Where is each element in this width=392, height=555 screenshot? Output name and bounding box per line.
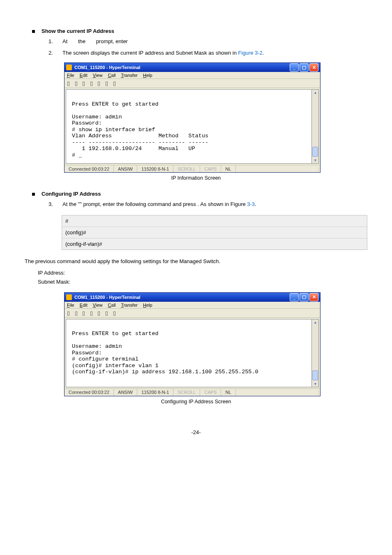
cmd-line: (config-if-vlan)#: [62, 238, 367, 250]
menu-transfer[interactable]: Transfer: [121, 303, 138, 308]
app-icon: [66, 294, 72, 300]
terminal-output[interactable]: Press ENTER to get started Username: adm…: [66, 89, 311, 164]
resize-grip-icon[interactable]: .::: [236, 166, 321, 171]
status-connected: Connected 00:03:22: [65, 165, 114, 172]
menu-view[interactable]: View: [93, 303, 103, 308]
scroll-thumb[interactable]: [312, 147, 318, 157]
word: At: [62, 38, 67, 44]
scroll-track[interactable]: [312, 95, 318, 157]
page-number: -24-: [25, 429, 367, 435]
status-connected: Connected 00:03:22: [65, 389, 114, 396]
figure-caption: IP Information Screen: [25, 175, 367, 181]
status-cfg: 115200 8-N-1: [137, 389, 173, 396]
figure-ref-link[interactable]: Figure 3-2: [238, 50, 263, 56]
hyperterminal-window: COM1_115200 - HyperTerminal _ ▢ ✕ File E…: [64, 292, 321, 396]
scroll-thumb[interactable]: [312, 370, 318, 380]
paragraph: The previous command would apply the fol…: [25, 258, 367, 264]
status-bar: Connected 00:03:22 ANSIW 115200 8-N-1 SC…: [65, 165, 320, 172]
minimize-button[interactable]: _: [290, 293, 299, 301]
section-heading-config-ip: Configuring IP Address: [42, 191, 101, 197]
word: the: [78, 38, 85, 44]
close-button[interactable]: ✕: [309, 63, 318, 72]
window-title: COM1_115200 - HyperTerminal: [74, 65, 290, 70]
cmd-line: #: [62, 215, 367, 227]
menu-help[interactable]: Help: [143, 303, 152, 308]
figure-ref-link[interactable]: 3-3: [247, 201, 255, 207]
text: At the ": [62, 201, 80, 207]
scroll-up-icon[interactable]: ▴: [312, 90, 318, 95]
setting-ip: IP Address:: [38, 268, 367, 278]
status-cfg: 115200 8-N-1: [137, 165, 173, 172]
bullet-icon: [32, 30, 35, 33]
menu-call[interactable]: Call: [108, 73, 116, 78]
menu-bar: File Edit View Call Transfer Help: [65, 72, 320, 79]
step-3-text: At the "" prompt, enter the following co…: [62, 200, 367, 208]
status-bar: Connected 00:03:22 ANSIW 115200 8-N-1 SC…: [65, 388, 320, 396]
status-caps: CAPS: [200, 165, 221, 172]
hyperterminal-window: COM1_115200 - HyperTerminal _ ▢ ✕ File E…: [64, 62, 321, 173]
status-nl: NL: [221, 389, 235, 396]
step-number: 1.: [48, 38, 62, 44]
text: .: [263, 50, 264, 56]
window-titlebar[interactable]: COM1_115200 - HyperTerminal _ ▢ ✕: [65, 293, 320, 302]
text: " prompt, enter the following command an…: [80, 201, 197, 207]
status-scroll: SCROLL: [173, 165, 200, 172]
text: .: [255, 201, 256, 207]
cmd-line: (config)#: [62, 227, 367, 238]
text: The screen displays the current IP addre…: [62, 50, 238, 56]
scroll-track[interactable]: [312, 325, 318, 381]
figure-caption: Configuring IP Address Screen: [25, 399, 367, 405]
close-button[interactable]: ✕: [309, 293, 318, 301]
step-2-text: The screen displays the current IP addre…: [62, 49, 367, 57]
scroll-down-icon[interactable]: ▾: [312, 381, 318, 387]
menu-file[interactable]: File: [67, 73, 74, 78]
step-number: 3.: [48, 201, 62, 207]
status-auto: ANSIW: [114, 165, 137, 172]
scrollbar[interactable]: ▴ ▾: [311, 89, 319, 164]
command-box: # (config)# (config-if-vlan)#: [62, 215, 367, 250]
minimize-button[interactable]: _: [290, 63, 299, 72]
scrollbar[interactable]: ▴ ▾: [311, 319, 319, 387]
window-titlebar[interactable]: COM1_115200 - HyperTerminal _ ▢ ✕: [65, 63, 320, 72]
menu-view[interactable]: View: [93, 73, 103, 78]
status-caps: CAPS: [200, 389, 221, 396]
menu-edit[interactable]: Edit: [80, 303, 88, 308]
menu-file[interactable]: File: [67, 303, 74, 308]
scroll-down-icon[interactable]: ▾: [312, 157, 318, 163]
resize-grip-icon[interactable]: .::: [236, 390, 321, 395]
status-nl: NL: [221, 165, 235, 172]
step-1-text: At the prompt, enter: [62, 37, 367, 46]
menu-transfer[interactable]: Transfer: [121, 73, 138, 78]
bullet-icon: [32, 193, 35, 196]
toolbar[interactable]: ▯ ▯ ▯ ▯ ▯ ▯ ▯: [65, 79, 320, 88]
step-number: 2.: [48, 50, 62, 56]
maximize-button[interactable]: ▢: [300, 293, 309, 301]
menu-help[interactable]: Help: [143, 73, 152, 78]
app-icon: [66, 65, 72, 70]
status-auto: ANSIW: [114, 389, 137, 396]
status-scroll: SCROLL: [173, 389, 200, 396]
menu-edit[interactable]: Edit: [80, 73, 88, 78]
word: prompt, enter: [96, 38, 128, 44]
text: . As shown in Figure: [198, 201, 247, 207]
setting-mask: Subnet Mask:: [38, 278, 367, 287]
window-title: COM1_115200 - HyperTerminal: [74, 295, 290, 300]
toolbar[interactable]: ▯ ▯ ▯ ▯ ▯ ▯ ▯: [65, 309, 320, 318]
section-heading-show-ip: Show the current IP Address: [42, 28, 114, 34]
scroll-up-icon[interactable]: ▴: [312, 319, 318, 325]
maximize-button[interactable]: ▢: [300, 63, 309, 72]
terminal-output[interactable]: Press ENTER to get started Username: adm…: [66, 319, 311, 387]
menu-call[interactable]: Call: [108, 303, 116, 308]
menu-bar: File Edit View Call Transfer Help: [65, 302, 320, 309]
